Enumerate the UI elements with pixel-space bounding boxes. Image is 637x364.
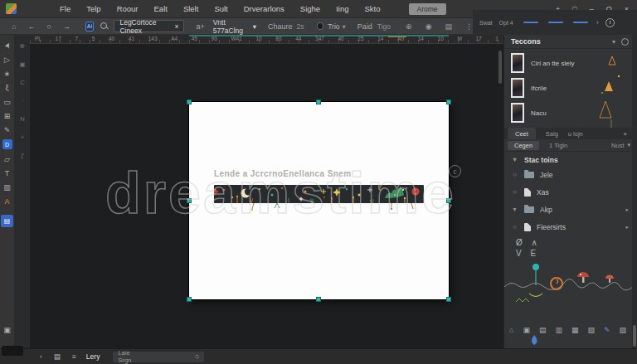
strip-tool-icon[interactable]: ▣ — [19, 55, 25, 73]
selection-handle[interactable] — [316, 99, 321, 104]
menu-item-telp[interactable]: Telp — [86, 4, 100, 13]
menu-item-sighe[interactable]: Sighe — [300, 4, 320, 13]
document-preset-dropdown[interactable]: Vntt 577aClng ▾ — [213, 18, 256, 35]
expand-toggle-icon[interactable]: ▾ — [511, 206, 518, 213]
arome-button[interactable]: Arome — [409, 3, 446, 15]
nust-dropdown[interactable]: Nust — [611, 142, 624, 149]
chevron-right-icon[interactable]: ▸ — [625, 224, 629, 231]
list-icon[interactable]: ≡ — [72, 352, 76, 361]
rectangle-tool-icon[interactable]: ▭ — [3, 95, 11, 109]
active-tool-icon[interactable]: ▤ — [1, 215, 13, 227]
canvas[interactable]: Lende a JcrcrnoEnellanca Snem — [30, 44, 503, 348]
menu-item-sult[interactable]: Sult — [214, 4, 227, 13]
trio-dropdown[interactable]: Trio — [328, 22, 339, 31]
dock-panel-icon[interactable]: ▤ — [539, 326, 547, 334]
selection-tool-icon[interactable]: ➤ — [0, 39, 15, 51]
dock-panel-icon[interactable]: ▦ — [571, 326, 579, 334]
visibility-toggle-icon[interactable]: ○ — [511, 223, 518, 231]
more-options-icon[interactable]: ⋮ — [465, 22, 473, 31]
document-tab[interactable]: LegCortoce Cineex × — [114, 20, 184, 32]
selection-handle[interactable] — [446, 99, 451, 104]
menu-item-file[interactable]: Fle — [60, 4, 71, 13]
visibility-toggle-icon[interactable]: ○ — [511, 188, 518, 196]
teccons-item[interactable]: Cirl an tte slely — [504, 51, 596, 75]
back-arrow-icon[interactable]: ← — [27, 22, 35, 31]
selection-handle[interactable] — [187, 297, 192, 302]
expand-arrow-icon[interactable]: › — [596, 18, 599, 27]
selection-handle[interactable] — [316, 297, 321, 302]
pen-tool-icon[interactable]: ✎ — [4, 123, 11, 137]
menu-item-roour[interactable]: Roour — [117, 4, 139, 13]
magic-wand-tool-icon[interactable]: ∗ — [4, 66, 11, 80]
globe-icon[interactable]: ◉ — [425, 22, 432, 31]
panel-scrollbar[interactable] — [632, 35, 637, 348]
shaper-tool-icon[interactable]: ▱ — [4, 152, 10, 166]
artboard-tool-icon[interactable]: ⊞ — [4, 109, 11, 123]
menu-item-slelt[interactable]: Slelt — [183, 4, 198, 13]
tree-header[interactable]: ▾ Stac toins — [504, 153, 637, 166]
back-chevron-icon[interactable]: ‹ — [40, 352, 42, 361]
tab-salg[interactable]: Salg — [546, 130, 558, 138]
strip-tool-icon[interactable]: ƒ — [21, 146, 24, 164]
tree-row[interactable]: ○ Jele — [504, 166, 637, 183]
tree-row[interactable]: ○ Fieersirts ▸ — [504, 218, 637, 235]
close-icon[interactable]: × — [624, 130, 627, 138]
slider-track[interactable] — [548, 22, 563, 23]
add-text-icon[interactable]: a+ — [196, 22, 204, 31]
home-icon[interactable]: ⌂ — [509, 326, 513, 334]
selection-handle[interactable] — [187, 99, 192, 104]
snap-icon[interactable]: ⊕ — [406, 22, 412, 31]
selection-handle[interactable] — [446, 198, 451, 203]
brush-icon[interactable]: ✎ — [604, 326, 610, 334]
slider-track[interactable] — [523, 22, 538, 23]
teccons-item[interactable]: Nacu — [504, 100, 596, 125]
page-icon[interactable]: ▤ — [54, 352, 61, 361]
document-tab-close-icon[interactable]: × — [174, 22, 178, 31]
chevron-right-icon[interactable]: ▸ — [625, 206, 629, 213]
lasso-tool-icon[interactable]: ξ — [5, 80, 8, 95]
slider-track[interactable] — [573, 22, 588, 23]
horizontal-ruler[interactable]: PL17 75 4041 143A4 4590 W4110 8044 34740… — [30, 35, 503, 44]
cegen-button[interactable]: Cegen — [508, 141, 539, 150]
strip-tool-icon[interactable]: + — [21, 128, 24, 146]
search-icon[interactable] — [100, 22, 107, 31]
banner-artwork[interactable] — [214, 185, 424, 215]
sync-circle-icon[interactable]: ○ — [46, 22, 51, 31]
chevron-down-icon[interactable]: ▾ — [511, 156, 518, 163]
dock-panel-icon[interactable]: ▣ — [523, 326, 530, 334]
menu-item-skto[interactable]: Skto — [365, 4, 381, 13]
strip-tool-icon[interactable]: C — [20, 73, 24, 91]
direct-selection-tool-icon[interactable]: ▷ — [4, 52, 10, 66]
gradient-tool-icon[interactable]: ▥ — [3, 180, 11, 194]
teccons-item[interactable]: Ifcrile — [504, 75, 596, 100]
dock-panel-icon[interactable]: ▧ — [588, 326, 596, 334]
ruler-origin-icon[interactable]: ⊕ — [20, 36, 25, 55]
canvas-scrollbar[interactable] — [498, 51, 502, 84]
tab-ulojn[interactable]: u lojn — [568, 130, 583, 138]
chevron-down-icon[interactable]: ▾ — [612, 38, 615, 46]
grid-icon[interactable]: ▤ — [445, 22, 453, 31]
edit-toolbar-icon[interactable]: ▣ — [3, 323, 11, 337]
forward-arrow-icon[interactable]: → — [63, 22, 71, 31]
strip-tool-icon[interactable]: · — [22, 91, 24, 109]
dock-panel-icon[interactable]: ▨ — [620, 326, 627, 334]
home-icon[interactable]: ⌂ — [12, 22, 16, 31]
strip-tool-icon[interactable]: N — [20, 109, 24, 128]
tree-row[interactable]: ○ Xas — [504, 183, 637, 201]
color-swatch-icon[interactable] — [317, 22, 323, 30]
selection-handle[interactable] — [446, 297, 451, 302]
history-clock-icon[interactable] — [605, 18, 615, 27]
menu-item-iing[interactable]: Iing — [336, 4, 348, 13]
type-tool-icon[interactable]: T — [5, 166, 10, 180]
tab-ceet[interactable]: Ceet — [508, 128, 536, 139]
teccons-panel-header[interactable]: Teccons ▾ — [504, 35, 637, 49]
menu-item-drverarlons[interactable]: Drverarlons — [244, 4, 284, 13]
selection-handle[interactable] — [187, 198, 192, 203]
menu-item-ealt[interactable]: Ealt — [154, 4, 168, 13]
shape-builder-tool-icon[interactable]: D — [2, 139, 12, 149]
dock-panel-icon[interactable]: ▥ — [555, 326, 562, 334]
paintbrush-tool-icon[interactable]: A — [4, 194, 9, 208]
tree-row[interactable]: ▾ Akp ▸ — [504, 201, 637, 218]
panel-options-icon[interactable] — [621, 38, 629, 46]
scrollbar-thumb[interactable] — [633, 325, 636, 347]
